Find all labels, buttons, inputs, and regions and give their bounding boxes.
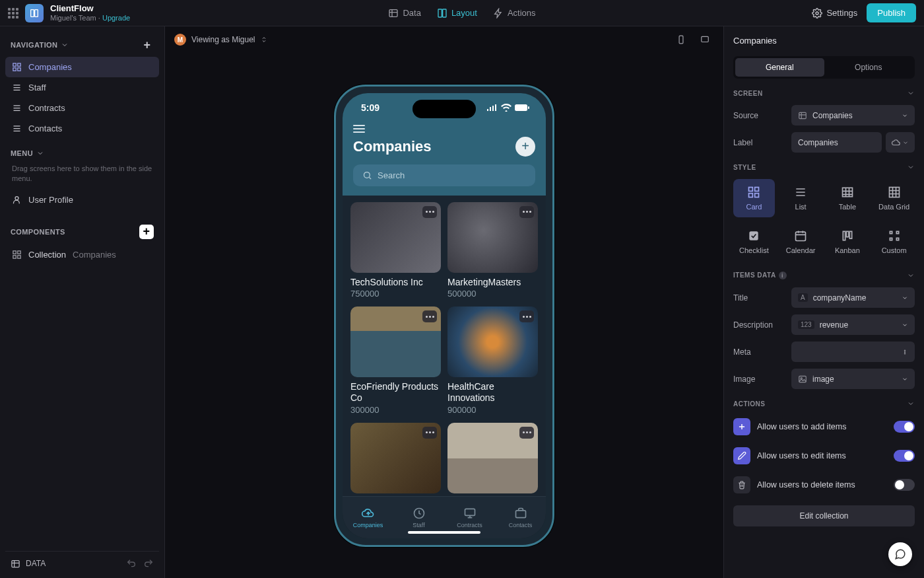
phone-tab-contacts[interactable]: Contacts bbox=[495, 497, 546, 538]
card-menu-icon[interactable] bbox=[422, 206, 437, 218]
label-input[interactable]: Companies bbox=[791, 132, 882, 153]
hamburger-icon[interactable] bbox=[353, 125, 365, 133]
image-icon bbox=[798, 375, 807, 384]
chat-icon bbox=[894, 548, 906, 560]
chevron-down-icon bbox=[902, 112, 908, 119]
source-selector[interactable]: Companies bbox=[791, 105, 915, 126]
svg-rect-6 bbox=[13, 63, 16, 66]
user-avatar: M bbox=[174, 34, 186, 46]
phone-page-title: Companies bbox=[353, 138, 432, 155]
style-custom[interactable]: Custom bbox=[873, 223, 915, 261]
svg-rect-8 bbox=[13, 68, 16, 71]
svg-point-37 bbox=[904, 351, 905, 352]
list-icon bbox=[12, 83, 22, 92]
info-icon[interactable]: i bbox=[779, 271, 787, 279]
label-binding-button[interactable] bbox=[886, 132, 915, 153]
section-items-data[interactable]: ITEMS DATAi bbox=[733, 268, 915, 281]
meta-field-selector[interactable] bbox=[791, 342, 915, 362]
style-checklist[interactable]: Checklist bbox=[733, 223, 775, 261]
viewing-as-selector[interactable]: M Viewing as Miguel bbox=[174, 34, 267, 46]
component-collection[interactable]: Collection Companies bbox=[5, 244, 159, 265]
style-datagrid[interactable]: Data Grid bbox=[873, 179, 915, 217]
inspector-tab-options[interactable]: Options bbox=[824, 58, 913, 77]
chevron-down-icon bbox=[907, 89, 915, 97]
image-field-selector[interactable]: image bbox=[791, 369, 915, 389]
nav-item-staff[interactable]: Staff bbox=[5, 77, 159, 98]
company-card[interactable]: EcoFriendly Products Co 300000 bbox=[350, 307, 441, 415]
card-grid[interactable]: TechSolutions Inc 750000 MarketingMaster… bbox=[343, 196, 546, 496]
monitor-icon bbox=[463, 507, 477, 520]
app-team-line: Miguel's Team · Upgrade bbox=[50, 14, 130, 22]
svg-rect-26 bbox=[755, 188, 759, 192]
undo-icon[interactable] bbox=[126, 558, 137, 569]
tab-actions[interactable]: Actions bbox=[493, 8, 536, 18]
style-table[interactable]: Table bbox=[827, 179, 869, 217]
edit-collection-button[interactable]: Edit collection bbox=[733, 505, 915, 526]
section-screen[interactable]: SCREEN bbox=[733, 85, 915, 98]
company-card[interactable]: TechSolutions Inc 750000 bbox=[350, 202, 441, 299]
help-button[interactable] bbox=[888, 542, 912, 566]
menu-item-user-profile[interactable]: User Profile bbox=[5, 190, 159, 210]
card-menu-icon[interactable] bbox=[422, 427, 437, 439]
publish-button[interactable]: Publish bbox=[867, 3, 916, 22]
style-calendar[interactable]: Calendar bbox=[780, 223, 822, 261]
upgrade-link[interactable]: Upgrade bbox=[102, 14, 130, 22]
nav-item-contacts[interactable]: Contacts bbox=[5, 118, 159, 139]
svg-point-20 bbox=[364, 172, 370, 178]
menu-hint: Drag screens here to show them in the si… bbox=[5, 163, 159, 190]
card-menu-icon[interactable] bbox=[422, 310, 437, 322]
table-icon bbox=[11, 559, 20, 569]
svg-rect-12 bbox=[18, 251, 20, 254]
tab-layout[interactable]: Layout bbox=[437, 8, 477, 18]
table-icon bbox=[841, 186, 854, 199]
toggle-delete-items[interactable] bbox=[894, 479, 915, 491]
card-menu-icon[interactable] bbox=[519, 310, 534, 322]
svg-rect-0 bbox=[31, 9, 34, 17]
company-card[interactable] bbox=[447, 423, 538, 493]
cloud-icon bbox=[892, 138, 901, 147]
inspector-tab-general[interactable]: General bbox=[735, 58, 824, 77]
title-field-selector[interactable]: A companyName bbox=[791, 287, 915, 308]
nav-item-contracts[interactable]: Contracts bbox=[5, 98, 159, 118]
menu-header[interactable]: MENU bbox=[5, 144, 159, 163]
section-actions[interactable]: ACTIONS bbox=[733, 396, 915, 409]
add-component-button[interactable]: + bbox=[139, 225, 154, 239]
add-item-fab[interactable]: + bbox=[515, 137, 535, 157]
phone-tab-companies[interactable]: Companies bbox=[343, 497, 393, 538]
section-style[interactable]: STYLE bbox=[733, 159, 915, 172]
nav-item-companies[interactable]: Companies bbox=[5, 57, 159, 77]
add-screen-button[interactable]: + bbox=[141, 38, 154, 52]
settings-button[interactable]: Settings bbox=[812, 8, 857, 18]
svg-rect-7 bbox=[18, 63, 20, 66]
company-card[interactable]: MarketingMasters 500000 bbox=[447, 202, 538, 299]
style-card[interactable]: Card bbox=[733, 179, 775, 217]
app-logo[interactable] bbox=[25, 4, 44, 22]
sidebar: NAVIGATION + Companies Staff Contracts C… bbox=[0, 26, 165, 578]
device-mobile-button[interactable] bbox=[672, 30, 690, 49]
inspector: Companies General Options SCREEN Source … bbox=[723, 26, 924, 578]
svg-rect-25 bbox=[749, 188, 753, 192]
card-menu-icon[interactable] bbox=[519, 427, 534, 439]
app-grid-icon[interactable] bbox=[8, 8, 18, 18]
device-desktop-button[interactable] bbox=[696, 30, 714, 49]
toggle-edit-items[interactable] bbox=[894, 450, 915, 462]
description-field-selector[interactable]: 123 revenue bbox=[791, 314, 915, 335]
phone-notch bbox=[412, 100, 476, 118]
navigation-header[interactable]: NAVIGATION + bbox=[5, 33, 159, 57]
phone-status-icons bbox=[486, 104, 530, 112]
svg-rect-32 bbox=[796, 232, 806, 240]
svg-rect-34 bbox=[846, 231, 848, 236]
card-menu-icon[interactable] bbox=[519, 206, 534, 218]
data-drawer-button[interactable]: DATA bbox=[11, 559, 46, 569]
svg-rect-9 bbox=[18, 68, 20, 71]
phone-time: 5:09 bbox=[361, 102, 380, 113]
style-list[interactable]: List bbox=[780, 179, 822, 217]
search-input[interactable]: Search bbox=[353, 164, 535, 186]
toggle-add-items[interactable] bbox=[894, 421, 915, 433]
company-card[interactable]: HealthCare Innovations 900000 bbox=[447, 307, 538, 415]
tab-data[interactable]: Data bbox=[388, 8, 420, 18]
redo-icon[interactable] bbox=[143, 558, 154, 569]
style-kanban[interactable]: Kanban bbox=[827, 223, 869, 261]
chevron-down-icon bbox=[907, 400, 915, 408]
company-card[interactable] bbox=[350, 423, 441, 493]
